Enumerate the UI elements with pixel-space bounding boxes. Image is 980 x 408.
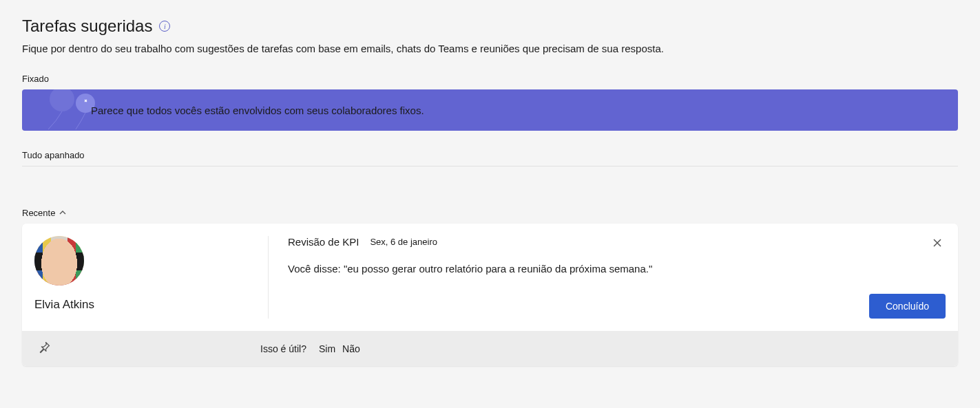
section-pinned-label: Fixado xyxy=(22,74,958,84)
svg-rect-6 xyxy=(67,236,76,286)
close-icon xyxy=(932,237,943,248)
task-body: Você disse: "eu posso gerar outro relató… xyxy=(288,263,946,275)
suggested-task-card: Elvia Atkins Revisão de KPI Sex, 6 de ja… xyxy=(22,224,958,366)
info-icon[interactable]: i xyxy=(159,21,170,32)
close-button[interactable] xyxy=(929,235,946,253)
svg-rect-5 xyxy=(43,236,51,286)
task-date: Sex, 6 de janeiro xyxy=(370,237,437,247)
pinned-banner-text: Parece que todos vocês estão envolvidos … xyxy=(91,105,424,116)
feedback-yes-button[interactable]: Sim xyxy=(319,343,335,354)
pin-button[interactable] xyxy=(34,338,54,359)
page-subtitle: Fique por dentro do seu trabalho com sug… xyxy=(22,43,958,54)
svg-rect-3 xyxy=(34,236,84,286)
feedback-no-button[interactable]: Não xyxy=(342,343,360,354)
section-recent-toggle[interactable]: Recente xyxy=(22,208,958,218)
section-caughtup-label: Tudo apanhado xyxy=(22,150,958,167)
avatar xyxy=(34,236,84,286)
svg-point-8 xyxy=(50,250,68,274)
chevron-up-icon xyxy=(59,208,66,218)
person-name: Elvia Atkins xyxy=(34,298,94,312)
task-title: Revisão de KPI xyxy=(288,236,359,248)
svg-rect-9 xyxy=(51,276,67,286)
done-button[interactable]: Concluído xyxy=(869,294,946,319)
svg-point-0 xyxy=(50,89,74,111)
page-title: Tarefas sugeridas xyxy=(22,17,152,36)
pinned-banner: Parece que todos vocês estão envolvidos … xyxy=(22,89,958,131)
section-recent-label: Recente xyxy=(22,208,55,218)
svg-rect-4 xyxy=(34,236,43,286)
feedback-prompt: Isso é útil? xyxy=(260,343,306,354)
svg-rect-7 xyxy=(76,236,84,286)
pin-icon xyxy=(37,341,51,354)
